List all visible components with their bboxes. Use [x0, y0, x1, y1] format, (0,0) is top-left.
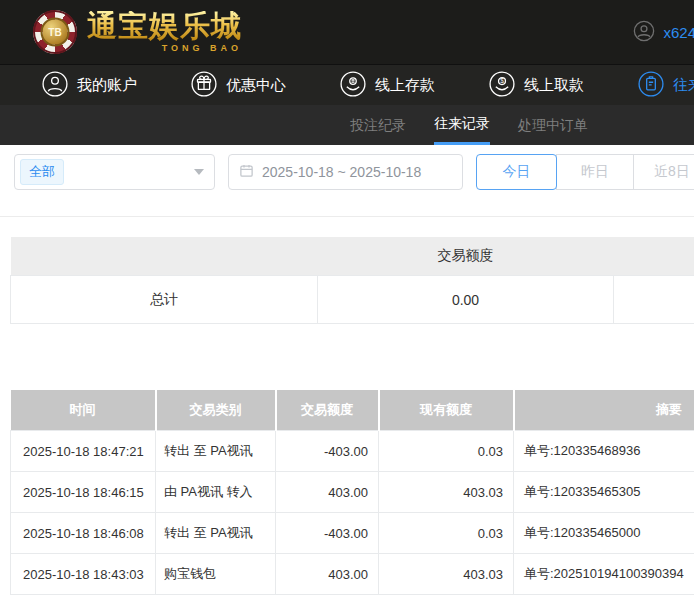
brand-logo[interactable]: TB 通宝娱乐城 TONG BAO	[33, 10, 242, 54]
summary-header-empty	[614, 237, 694, 276]
col-header-balance: 现有额度	[379, 390, 514, 431]
transfer-records-clipboard-icon	[638, 71, 664, 100]
balance-cell: 403.03	[379, 472, 514, 513]
type-select-value: 全部	[20, 159, 64, 185]
last-8-days-button[interactable]: 近8日	[633, 154, 694, 190]
table-row: 2025-10-18 18:46:08 转出 至 PA视讯 -403.00 0.…	[11, 513, 694, 554]
chip-monogram: TB	[41, 18, 70, 47]
col-header-summary: 摘要	[514, 390, 694, 431]
balance-cell: 0.03	[379, 513, 514, 554]
col-header-type: 交易类别	[156, 390, 276, 431]
table-row: 2025-10-18 18:47:21 转出 至 PA视讯 -403.00 0.…	[11, 431, 694, 472]
type-cell: 由 PA视讯 转入	[156, 472, 276, 513]
user-avatar-icon	[633, 20, 655, 46]
chevron-down-icon	[194, 169, 204, 175]
section-divider	[0, 216, 694, 217]
amount-cell: -403.00	[276, 431, 379, 472]
type-cell: 购宝钱包	[156, 554, 276, 595]
deposit-hand-coin-icon	[340, 71, 366, 100]
summary-cell: 单号:120335465000	[514, 513, 694, 554]
yesterday-button[interactable]: 昨日	[556, 154, 634, 190]
summary-cell: 单号:120335465305	[514, 472, 694, 513]
transactions-header-row: 时间 交易类别 交易额度 现有额度 摘要	[11, 390, 694, 431]
summary-header-amount: 交易额度	[318, 237, 614, 276]
table-row: 2025-10-18 18:43:03 购宝钱包 403.00 403.03 单…	[11, 554, 694, 595]
topbar: TB 通宝娱乐城 TONG BAO x624	[0, 0, 694, 65]
amount-cell: 403.00	[276, 554, 379, 595]
time-cell: 2025-10-18 18:46:15	[11, 472, 156, 513]
amount-cell: 403.00	[276, 472, 379, 513]
nav-item-my-account[interactable]: 我的账户	[42, 71, 137, 100]
main-navigation: 我的账户 优惠中心 线上存款	[0, 65, 694, 105]
tab-transfer-records[interactable]: 往来记录	[434, 105, 490, 145]
brand-subname: TONG BAO	[87, 43, 242, 53]
today-button[interactable]: 今日	[476, 154, 557, 190]
summary-cell: 单号:202510194100390394	[514, 554, 694, 595]
user-circle-icon	[42, 71, 68, 100]
summary-cell: 单号:120335468936	[514, 431, 694, 472]
nav-item-label: 线上存款	[375, 76, 435, 95]
balance-cell: 0.03	[379, 431, 514, 472]
page: TB 通宝娱乐城 TONG BAO x624	[0, 0, 694, 603]
nav-item-label: 线上取款	[524, 76, 584, 95]
date-range-value: 2025-10-18 ~ 2025-10-18	[262, 164, 421, 180]
summary-empty-cell	[614, 276, 694, 324]
records-tabbar: 投注纪录 往来记录 处理中订单	[0, 105, 694, 145]
amount-cell: -403.00	[276, 513, 379, 554]
calendar-icon	[239, 163, 254, 181]
col-header-amount: 交易额度	[276, 390, 379, 431]
table-row: 2025-10-18 18:46:15 由 PA视讯 转入 403.00 403…	[11, 472, 694, 513]
brand-text: 通宝娱乐城 TONG BAO	[87, 11, 242, 53]
summary-total-value: 0.00	[318, 276, 614, 324]
withdraw-hand-dollar-icon: $	[489, 71, 515, 100]
username-text: x624	[663, 24, 694, 41]
summary-header-empty	[11, 237, 318, 276]
nav-item-transfer-records[interactable]: 往来记录	[638, 71, 694, 100]
time-cell: 2025-10-18 18:46:08	[11, 513, 156, 554]
nav-item-label: 往来记录	[673, 76, 694, 95]
time-cell: 2025-10-18 18:43:03	[11, 554, 156, 595]
date-range-input[interactable]: 2025-10-18 ~ 2025-10-18	[228, 154, 463, 190]
nav-item-promotions[interactable]: 优惠中心	[191, 71, 286, 100]
nav-item-label: 我的账户	[77, 76, 137, 95]
nav-item-label: 优惠中心	[226, 76, 286, 95]
type-cell: 转出 至 PA视讯	[156, 431, 276, 472]
col-header-time: 时间	[11, 390, 156, 431]
summary-table: 交易额度 总计 0.00	[10, 237, 694, 324]
balance-cell: 403.03	[379, 554, 514, 595]
type-cell: 转出 至 PA视讯	[156, 513, 276, 554]
summary-total-label: 总计	[11, 276, 318, 324]
nav-item-deposit[interactable]: 线上存款	[340, 71, 435, 100]
brand-name: 通宝娱乐城	[87, 11, 242, 41]
summary-total-row: 总计 0.00	[11, 276, 694, 324]
casino-chip-icon: TB	[33, 10, 77, 54]
time-cell: 2025-10-18 18:47:21	[11, 431, 156, 472]
summary-header-row: 交易额度	[11, 237, 694, 276]
quick-range-group: 今日 昨日 近8日	[476, 154, 694, 190]
user-account[interactable]: x624	[633, 0, 694, 65]
gift-icon	[191, 71, 217, 100]
type-select[interactable]: 全部	[14, 154, 215, 190]
nav-item-withdraw[interactable]: $ 线上取款	[489, 71, 584, 100]
filter-bar: 全部 2025-10-18 ~ 2025-10-18 今日 昨日 近8日	[14, 154, 694, 190]
tab-bet-records[interactable]: 投注纪录	[350, 105, 406, 145]
tab-pending-orders[interactable]: 处理中订单	[518, 105, 588, 145]
svg-text:$: $	[500, 77, 504, 84]
transactions-table: 时间 交易类别 交易额度 现有额度 摘要 2025-10-18 18:47:21…	[10, 390, 694, 595]
